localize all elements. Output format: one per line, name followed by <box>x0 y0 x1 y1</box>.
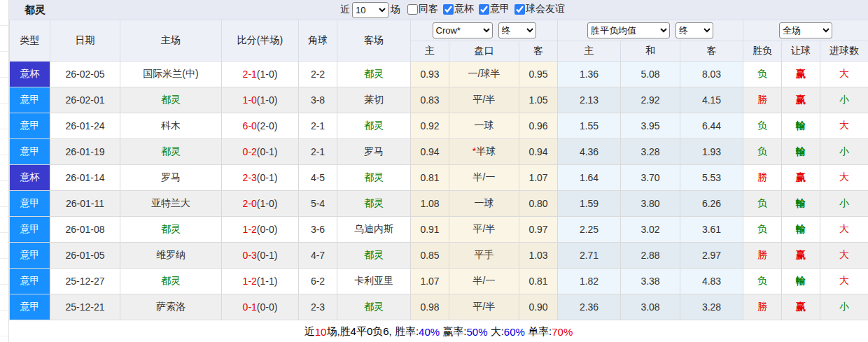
scope-select[interactable]: 全场 <box>779 22 832 38</box>
cell-odds-away: 0.95 <box>519 62 558 87</box>
cell-score: 1-2(0-0) <box>222 217 299 243</box>
filter-league[interactable]: 意甲 <box>474 3 510 15</box>
col-header-odds-home: 主 <box>411 41 449 62</box>
cell-corners: 3-6 <box>299 217 337 243</box>
cell-odds-home: 0.81 <box>411 165 449 191</box>
score-halftime: (1-0) <box>257 198 278 209</box>
cell-odds-home: 0.98 <box>411 294 449 320</box>
cell-away-team: 乌迪内斯 <box>337 217 411 243</box>
filter-checkboxes: 同客意杯意甲球会友谊 <box>402 3 565 17</box>
cell-away-team: 都灵 <box>337 191 411 217</box>
checkbox-label: 球会友谊 <box>526 3 565 15</box>
checkbox-same-away[interactable] <box>407 4 418 15</box>
cell-avg-home: 2.71 <box>558 243 621 269</box>
cell-type-badge: 意杯 <box>10 62 50 87</box>
cell-avg-draw: 2.88 <box>621 243 680 269</box>
summary-segment: 60% <box>504 326 525 338</box>
cell-result-wdl: 勝 <box>743 165 782 191</box>
cell-result-wdl: 勝 <box>743 87 782 113</box>
cell-result-wdl: 负 <box>743 191 782 217</box>
cell-home-team: 都灵 <box>120 87 222 113</box>
cell-odds-home: 0.83 <box>411 87 449 113</box>
checkbox-friendly[interactable] <box>514 4 525 15</box>
page: 都灵 近 10 场 同客意杯意甲球会友谊 类型 日期 <box>0 0 868 342</box>
recent-count-select[interactable]: 10 <box>352 2 388 18</box>
cell-home-team: 都灵 <box>120 217 222 243</box>
adjacent-table-edge <box>0 0 9 342</box>
cell-odds-home: 0.93 <box>411 62 449 87</box>
checkbox-label: 意甲 <box>490 3 510 15</box>
filter-friendly[interactable]: 球会友谊 <box>510 3 565 15</box>
cell-result-handicap: 赢 <box>782 165 820 191</box>
cell-corners: 4-5 <box>299 165 337 191</box>
odds-company-select[interactable]: Crow* <box>433 22 493 38</box>
table-row: 意杯 26-02-05 国际米兰(中) 2-1(1-0) 2-2 都灵 0.93… <box>10 62 868 87</box>
cell-odds-home: 1.08 <box>411 191 449 217</box>
cell-date: 26-01-05 <box>50 243 120 269</box>
handicap-text: 一球 <box>475 197 494 208</box>
cell-handicap: 一球 <box>449 113 519 139</box>
score-halftime: (0-1) <box>257 146 278 157</box>
table-row: 意甲 25-12-21 萨索洛 0-1(0-0) 2-3 都灵 0.98 平/半… <box>10 294 868 320</box>
cell-odds-away: 1.03 <box>519 243 558 269</box>
score-halftime: (1-0) <box>257 69 278 80</box>
cell-score: 2-0(1-0) <box>222 191 299 217</box>
summary-segment: 赢率: <box>440 325 466 339</box>
cell-home-team: 国际米兰(中) <box>120 62 222 87</box>
cell-avg-draw: 2.92 <box>621 87 680 113</box>
cell-handicap: 平/半 <box>449 294 519 320</box>
cell-avg-home: 2.36 <box>558 294 621 320</box>
cell-type-badge: 意甲 <box>10 269 50 294</box>
cell-away-team: 都灵 <box>337 62 411 87</box>
table-row: 意甲 25-12-27 都灵 1-2(1-1) 6-2 卡利亚里 1.07 半/… <box>10 269 868 294</box>
matches-table: 类型 日期 主场 比分(半场) 角球 客场 Crow* 终 <box>9 20 868 320</box>
cell-away-team: 都灵 <box>337 243 411 269</box>
cell-handicap: 半/一 <box>449 269 519 294</box>
cell-odds-away: 0.81 <box>519 269 558 294</box>
handicap-text: 一球 <box>475 120 494 131</box>
cell-avg-draw: 3.08 <box>621 294 680 320</box>
cell-score: 1-2(1-1) <box>222 269 299 294</box>
score-fulltime: 0-2 <box>243 146 257 157</box>
cell-date: 26-01-08 <box>50 217 120 243</box>
cell-score: 0-1(0-0) <box>222 294 299 320</box>
score-halftime: (0-0) <box>257 301 278 313</box>
cell-score: 2-1(1-0) <box>222 62 299 87</box>
filter-cup[interactable]: 意杯 <box>438 3 474 15</box>
cell-type-badge: 意甲 <box>10 243 50 269</box>
cell-type-badge: 意甲 <box>10 294 50 320</box>
cell-avg-away: 3.61 <box>680 217 743 243</box>
summary-segment: 大: <box>488 325 504 339</box>
cell-type-badge: 意杯 <box>10 165 50 191</box>
col-header-odds-away: 客 <box>519 41 558 62</box>
page-title: 都灵 <box>9 3 46 17</box>
summary-segment: 40% <box>419 326 440 338</box>
summary-segment: 50% <box>466 326 487 338</box>
handicap-text: 平手 <box>475 249 494 260</box>
cell-result-handicap: 輸 <box>782 139 820 165</box>
cell-type-badge: 意甲 <box>10 87 50 113</box>
odds-time-select[interactable]: 终 <box>498 22 536 38</box>
cell-avg-draw: 3.02 <box>621 217 680 243</box>
cell-odds-home: 0.94 <box>411 139 449 165</box>
score-fulltime: 2-1 <box>243 69 257 80</box>
avg-time-select[interactable]: 终 <box>676 22 713 38</box>
cell-result-wdl: 负 <box>743 269 782 294</box>
score-halftime: (0-1) <box>257 172 278 183</box>
handicap-text: 半/一 <box>473 171 496 183</box>
table-row: 意甲 26-01-05 维罗纳 0-3(0-1) 4-7 都灵 0.85 平手 … <box>10 243 868 269</box>
cell-score: 1-0(1-0) <box>222 87 299 113</box>
checkbox-league[interactable] <box>479 4 489 15</box>
handicap-text: 平/半 <box>473 223 496 234</box>
table-row: 意甲 26-01-19 都灵 0-2(0-1) 2-1 罗马 0.94 *半球 … <box>10 139 868 165</box>
avg-type-select[interactable]: 胜平负均值 <box>587 22 670 38</box>
filter-same-away[interactable]: 同客 <box>402 3 438 15</box>
checkbox-cup[interactable] <box>443 4 454 15</box>
cell-corners: 4-7 <box>299 243 337 269</box>
cell-result-goals: 大 <box>820 217 868 243</box>
cell-handicap: *半球 <box>449 139 519 165</box>
col-header-corners: 角球 <box>299 20 337 62</box>
cell-date: 25-12-27 <box>50 269 120 294</box>
score-halftime: (0-0) <box>257 224 278 235</box>
cell-result-wdl: 负 <box>743 139 782 165</box>
